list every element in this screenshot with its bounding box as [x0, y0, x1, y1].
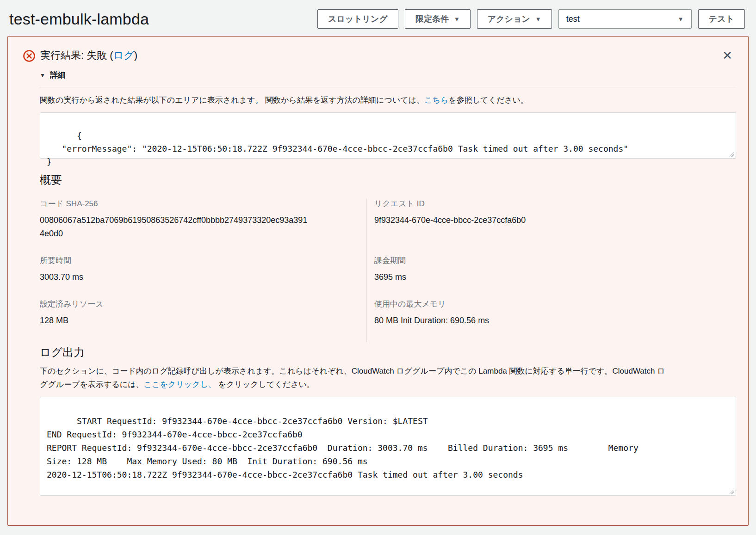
resize-handle-icon[interactable] [728, 151, 734, 157]
banner-title: 実行結果: 失敗 (ログ) [40, 49, 137, 62]
test-button-label: テスト [709, 13, 734, 25]
page-title: test-embulk-lambda [9, 10, 149, 28]
divider [40, 87, 736, 87]
summary-cell-duration: 所要時間 3003.70 ms [40, 255, 366, 299]
log-output-textarea[interactable]: START RequestId: 9f932344-670e-4cce-bbcc… [40, 397, 736, 496]
actions-button[interactable]: アクション ▼ [477, 9, 552, 29]
test-button[interactable]: テスト [698, 9, 745, 29]
function-header: test-embulk-lambda スロットリング 限定条件 ▼ アクション … [0, 0, 756, 36]
summary-label: リクエスト ID [374, 198, 736, 209]
summary-cell-code-sha256: コード SHA-256 00806067a512ba7069b619508635… [40, 198, 366, 255]
throttling-button-label: スロットリング [328, 13, 388, 25]
summary-heading: 概要 [40, 172, 736, 187]
summary-value: 3695 ms [374, 271, 736, 284]
test-event-select[interactable]: test ▼ [558, 9, 692, 29]
intro-text-after-link: を参照してください。 [448, 96, 528, 105]
summary-label: 設定済みリソース [40, 299, 366, 309]
summary-cell-configured-resources: 設定済みリソース 128 MB [40, 299, 366, 342]
banner-title-text-close-paren: ) [134, 49, 137, 61]
expander-caret-icon: ▼ [40, 72, 45, 79]
summary-value: 9f932344-670e-4cce-bbcc-2ce37ccfa6b0 [374, 214, 736, 227]
test-event-selected-value: test [566, 14, 580, 24]
caret-down-icon: ▼ [535, 16, 541, 22]
result-intro-text: 関数の実行から返された結果が以下のエリアに表示されます。 関数から結果を返す方法… [40, 95, 736, 106]
caret-down-icon: ▼ [678, 16, 684, 22]
intro-kochira-link[interactable]: こちら [424, 96, 448, 105]
summary-value: 80 MB Init Duration: 690.56 ms [374, 314, 736, 327]
qualifier-button-label: 限定条件 [415, 13, 449, 25]
summary-value: 00806067a512ba7069b61950863526742cff0bbb… [40, 214, 308, 240]
log-desc-after-link: をクリックしてください。 [216, 380, 315, 389]
summary-grid: コード SHA-256 00806067a512ba7069b619508635… [40, 198, 736, 342]
summary-value: 3003.70 ms [40, 271, 366, 284]
resize-handle-icon[interactable] [728, 488, 734, 494]
actions-button-label: アクション [488, 13, 530, 25]
summary-label: 使用中の最大メモリ [374, 299, 736, 309]
details-expander-label: 詳細 [50, 70, 66, 80]
summary-label: 所要時間 [40, 255, 366, 266]
qualifier-button[interactable]: 限定条件 ▼ [405, 9, 471, 29]
summary-cell-billed-duration: 課金期間 3695 ms [366, 255, 736, 299]
banner-title-text: 実行結果: 失敗 ( [40, 49, 113, 61]
throttling-button[interactable]: スロットリング [317, 9, 398, 29]
summary-label: コード SHA-256 [40, 198, 366, 209]
intro-text-before-link: 関数の実行から返された結果が以下のエリアに表示されます。 関数から結果を返す方法… [40, 96, 424, 105]
summary-cell-max-memory-used: 使用中の最大メモリ 80 MB Init Duration: 690.56 ms [366, 299, 736, 342]
banner-header: 実行結果: 失敗 (ログ) ✕ [23, 49, 736, 62]
log-output-heading: ログ出力 [40, 345, 736, 360]
log-output-description: 下のセクションに、コード内のログ記録呼び出しが表示されます。これらはそれぞれ、C… [40, 364, 670, 391]
log-link[interactable]: ログ [113, 49, 134, 61]
close-icon[interactable]: ✕ [719, 49, 736, 62]
summary-value: 128 MB [40, 314, 366, 327]
log-output-text: START RequestId: 9f932344-670e-4cce-bbcc… [47, 416, 638, 480]
execution-result-banner: 実行結果: 失敗 (ログ) ✕ ▼ 詳細 関数の実行から返された結果が以下のエリ… [7, 36, 749, 526]
banner-body: ▼ 詳細 関数の実行から返された結果が以下のエリアに表示されます。 関数から結果… [40, 70, 736, 496]
caret-down-icon: ▼ [454, 16, 460, 22]
error-output-text: { "errorMessage": "2020-12-15T06:50:18.7… [47, 131, 628, 166]
log-desc-before-link: 下のセクションに、コード内のログ記録呼び出しが表示されます。これらはそれぞれ、C… [40, 367, 665, 389]
cloudwatch-click-here-link[interactable]: ここをクリックし、 [144, 380, 216, 389]
summary-cell-request-id: リクエスト ID 9f932344-670e-4cce-bbcc-2ce37cc… [366, 198, 736, 255]
error-output-textarea[interactable]: { "errorMessage": "2020-12-15T06:50:18.7… [40, 112, 736, 159]
summary-label: 課金期間 [374, 255, 736, 266]
error-status-icon [23, 49, 36, 62]
details-expander[interactable]: ▼ 詳細 [40, 70, 66, 80]
header-actions: スロットリング 限定条件 ▼ アクション ▼ test ▼ テスト [317, 9, 745, 29]
